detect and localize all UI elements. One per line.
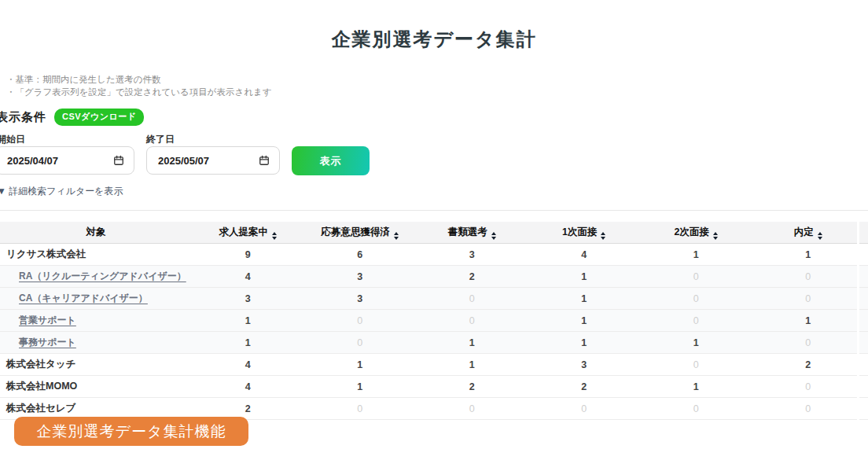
cell-value: 0 <box>416 293 528 304</box>
job-position-link[interactable]: 営業サポート <box>19 315 76 326</box>
start-date-input[interactable]: 2025/04/07 <box>0 146 134 175</box>
column-header-second-interview[interactable]: 2次面接 <box>640 226 752 240</box>
cell-value: 1 <box>416 337 528 348</box>
cell-value: 0 <box>416 403 528 414</box>
company-name: 株式会社MOMO <box>0 380 192 393</box>
table-row: リクサス株式会社 9 6 3 4 1 1 <box>0 244 868 266</box>
cell-value: 2 <box>752 359 865 370</box>
cell-value: 4 <box>192 381 304 392</box>
cell-value: 1 <box>528 315 641 326</box>
company-name: 株式会社タッチ <box>0 358 192 371</box>
table-clip-gap <box>857 218 859 424</box>
page-title: 企業別選考データ集計 <box>0 27 868 52</box>
section-divider <box>0 210 868 211</box>
cell-value: 0 <box>304 403 417 414</box>
cell-value: 0 <box>752 403 865 414</box>
cell-value: 6 <box>304 249 417 260</box>
cell-value: 0 <box>640 271 752 282</box>
cell-value: 0 <box>752 381 865 392</box>
cell-value: 0 <box>640 359 752 370</box>
table-header-row: 対象 求人提案中 応募意思獲得済 書類選考 1次面接 2次面接 内定 <box>0 222 868 244</box>
cell-value: 2 <box>528 381 641 392</box>
end-date-value: 2025/05/07 <box>158 155 209 167</box>
cell-value: 1 <box>304 381 417 392</box>
cell-value: 1 <box>528 271 641 282</box>
cell-value: 4 <box>528 249 641 260</box>
cell-value: 0 <box>640 293 752 304</box>
cell-value: 1 <box>416 359 528 370</box>
sort-icon <box>713 232 718 240</box>
cell-value: 4 <box>192 271 304 282</box>
sort-icon <box>272 232 277 240</box>
cell-value: 1 <box>640 381 752 392</box>
cell-value: 1 <box>304 359 417 370</box>
sort-icon <box>394 232 399 240</box>
cell-value: 3 <box>416 249 528 260</box>
column-header-proposing[interactable]: 求人提案中 <box>192 226 304 240</box>
note-line-1: ・基準：期間内に発生した選考の件数 <box>6 73 272 86</box>
start-date-value: 2025/04/07 <box>7 155 58 167</box>
note-line-2: ・「グラフ表示列を設定」で設定されている項目が表示されます <box>6 86 272 98</box>
cell-value: 0 <box>640 315 752 326</box>
cell-value: 9 <box>192 249 304 260</box>
csv-download-button[interactable]: CSVダウンロード <box>54 109 144 126</box>
table-row: 営業サポート 1 0 0 1 0 1 <box>0 310 868 332</box>
cell-value: 1 <box>640 249 752 260</box>
cell-value: 0 <box>304 337 417 348</box>
end-date-input[interactable]: 2025/05/07 <box>146 146 280 175</box>
cell-value: 1 <box>192 337 304 348</box>
cell-value: 3 <box>192 293 304 304</box>
job-position-link[interactable]: RA（リクルーティングアドバイザー） <box>19 271 186 282</box>
calendar-icon[interactable] <box>259 155 270 166</box>
display-conditions-title: 表示条件 <box>0 110 46 125</box>
cell-value: 2 <box>192 403 304 414</box>
calendar-icon[interactable] <box>113 155 124 166</box>
table-row: RA（リクルーティングアドバイザー） 4 3 2 1 0 0 <box>0 266 868 288</box>
table-row: 事務サポート 1 0 1 1 1 0 <box>0 332 868 354</box>
page: 企業別選考データ集計 ・基準：期間内に発生した選考の件数 ・「グラフ表示列を設定… <box>0 0 868 449</box>
sort-icon <box>601 232 605 240</box>
aggregation-table: 対象 求人提案中 応募意思獲得済 書類選考 1次面接 2次面接 内定 リクサス株… <box>0 222 868 420</box>
cell-value: 3 <box>304 271 417 282</box>
table-row: CA（キャリアアドバイザー） 3 3 0 1 0 0 <box>0 288 868 310</box>
company-name: 株式会社セレブ <box>0 402 192 415</box>
sort-icon <box>818 232 822 240</box>
advanced-filter-toggle[interactable]: ▼ 詳細検索フィルターを表示 <box>0 185 123 198</box>
sort-icon <box>491 232 496 240</box>
job-position-link[interactable]: 事務サポート <box>19 337 76 348</box>
column-header-first-interview[interactable]: 1次面接 <box>528 226 641 240</box>
feature-badge: 企業別選考データ集計機能 <box>14 417 248 446</box>
cell-value: 1 <box>528 337 641 348</box>
cell-value: 1 <box>752 315 865 326</box>
cell-value: 2 <box>416 381 528 392</box>
cell-value: 0 <box>528 403 641 414</box>
cell-value: 1 <box>192 315 304 326</box>
cell-value: 1 <box>752 249 865 260</box>
cell-value: 1 <box>640 337 752 348</box>
cell-value: 0 <box>752 337 865 348</box>
start-date-label: 開始日 <box>0 133 25 146</box>
show-button[interactable]: 表示 <box>292 146 370 175</box>
cell-value: 2 <box>416 271 528 282</box>
cell-value: 0 <box>416 315 528 326</box>
column-header-target: 対象 <box>0 226 192 239</box>
end-date-label: 終了日 <box>146 133 175 146</box>
cell-value: 0 <box>640 403 752 414</box>
display-conditions-header: 表示条件 CSVダウンロード <box>0 109 144 126</box>
table-row: 株式会社MOMO 4 1 2 2 1 0 <box>0 376 868 398</box>
column-header-offer[interactable]: 内定 <box>752 226 865 240</box>
cell-value: 4 <box>192 359 304 370</box>
company-name: リクサス株式会社 <box>0 248 192 261</box>
cell-value: 3 <box>528 359 641 370</box>
notes: ・基準：期間内に発生した選考の件数 ・「グラフ表示列を設定」で設定されている項目… <box>6 73 272 98</box>
column-header-intent-obtained[interactable]: 応募意思獲得済 <box>304 226 417 240</box>
table-row: 株式会社タッチ 4 1 1 3 0 2 <box>0 354 868 376</box>
cell-value: 1 <box>528 293 641 304</box>
cell-value: 0 <box>752 293 865 304</box>
column-header-document-screening[interactable]: 書類選考 <box>416 226 528 240</box>
cell-value: 0 <box>304 315 417 326</box>
cell-value: 0 <box>752 271 865 282</box>
cell-value: 3 <box>304 293 417 304</box>
job-position-link[interactable]: CA（キャリアアドバイザー） <box>19 293 148 304</box>
